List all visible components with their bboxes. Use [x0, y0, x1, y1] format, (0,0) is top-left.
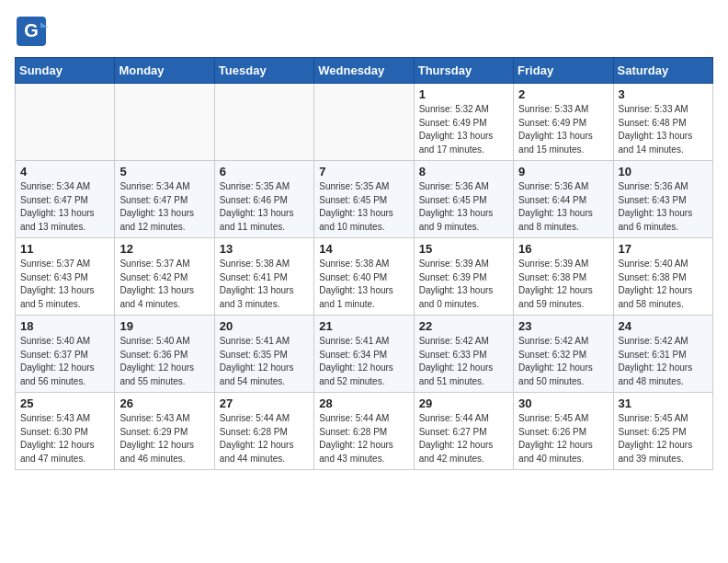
calendar-cell: 19Sunrise: 5:40 AM Sunset: 6:36 PM Dayli…: [115, 316, 214, 393]
day-number: 26: [119, 396, 209, 410]
day-info: Sunrise: 5:43 AM Sunset: 6:29 PM Dayligh…: [119, 412, 209, 465]
weekday-header-sunday: Sunday: [16, 58, 115, 84]
calendar-cell: 10Sunrise: 5:36 AM Sunset: 6:43 PM Dayli…: [613, 161, 712, 238]
day-info: Sunrise: 5:44 AM Sunset: 6:27 PM Dayligh…: [419, 412, 508, 465]
day-info: Sunrise: 5:42 AM Sunset: 6:32 PM Dayligh…: [518, 335, 608, 388]
calendar-week-3: 11Sunrise: 5:37 AM Sunset: 6:43 PM Dayli…: [16, 238, 713, 316]
day-info: Sunrise: 5:45 AM Sunset: 6:25 PM Dayligh…: [619, 412, 708, 465]
day-number: 13: [220, 242, 309, 256]
day-info: Sunrise: 5:41 AM Sunset: 6:35 PM Dayligh…: [220, 335, 309, 388]
calendar-cell: 8Sunrise: 5:36 AM Sunset: 6:45 PM Daylig…: [414, 161, 513, 238]
day-info: Sunrise: 5:36 AM Sunset: 6:44 PM Dayligh…: [518, 180, 608, 234]
calendar-week-4: 18Sunrise: 5:40 AM Sunset: 6:37 PM Dayli…: [16, 316, 713, 393]
weekday-header-row: SundayMondayTuesdayWednesdayThursdayFrid…: [16, 58, 713, 84]
logo-icon: G: [15, 15, 48, 48]
day-number: 8: [419, 165, 508, 178]
day-number: 27: [220, 396, 309, 410]
day-number: 5: [119, 165, 209, 178]
weekday-header-tuesday: Tuesday: [214, 58, 313, 84]
day-info: Sunrise: 5:45 AM Sunset: 6:26 PM Dayligh…: [518, 412, 608, 465]
day-info: Sunrise: 5:37 AM Sunset: 6:43 PM Dayligh…: [20, 258, 109, 311]
day-number: 22: [419, 319, 508, 333]
day-info: Sunrise: 5:41 AM Sunset: 6:34 PM Dayligh…: [319, 335, 408, 388]
calendar-cell: 1Sunrise: 5:32 AM Sunset: 6:49 PM Daylig…: [414, 84, 513, 161]
day-info: Sunrise: 5:36 AM Sunset: 6:43 PM Dayligh…: [619, 180, 708, 234]
page-header: G: [15, 15, 713, 48]
weekday-header-monday: Monday: [115, 58, 214, 84]
day-info: Sunrise: 5:44 AM Sunset: 6:28 PM Dayligh…: [220, 412, 309, 465]
day-number: 25: [20, 396, 109, 410]
calendar-cell: 9Sunrise: 5:36 AM Sunset: 6:44 PM Daylig…: [514, 161, 613, 238]
calendar-cell: 11Sunrise: 5:37 AM Sunset: 6:43 PM Dayli…: [16, 238, 115, 316]
day-number: 12: [119, 242, 209, 256]
calendar-cell: 20Sunrise: 5:41 AM Sunset: 6:35 PM Dayli…: [214, 316, 313, 393]
day-number: 10: [619, 165, 708, 178]
day-number: 20: [220, 319, 309, 333]
day-number: 16: [518, 242, 608, 256]
day-number: 29: [419, 396, 508, 410]
calendar-cell: 18Sunrise: 5:40 AM Sunset: 6:37 PM Dayli…: [16, 316, 115, 393]
day-info: Sunrise: 5:33 AM Sunset: 6:49 PM Dayligh…: [518, 103, 608, 156]
day-info: Sunrise: 5:40 AM Sunset: 6:38 PM Dayligh…: [619, 258, 708, 311]
day-info: Sunrise: 5:37 AM Sunset: 6:42 PM Dayligh…: [119, 258, 209, 311]
weekday-header-saturday: Saturday: [613, 58, 712, 84]
day-number: 15: [419, 242, 508, 256]
calendar-cell: 7Sunrise: 5:35 AM Sunset: 6:45 PM Daylig…: [314, 161, 414, 238]
weekday-header-thursday: Thursday: [414, 58, 513, 84]
day-number: 2: [518, 87, 608, 101]
day-number: 9: [518, 165, 608, 178]
day-number: 21: [319, 319, 408, 333]
day-number: 17: [619, 242, 708, 256]
calendar-table: SundayMondayTuesdayWednesdayThursdayFrid…: [15, 57, 713, 470]
calendar-cell: 29Sunrise: 5:44 AM Sunset: 6:27 PM Dayli…: [414, 393, 513, 470]
calendar-cell: [115, 84, 214, 161]
calendar-cell: 31Sunrise: 5:45 AM Sunset: 6:25 PM Dayli…: [613, 393, 712, 470]
day-number: 3: [619, 87, 708, 101]
calendar-cell: [314, 84, 414, 161]
calendar-week-1: 1Sunrise: 5:32 AM Sunset: 6:49 PM Daylig…: [16, 84, 713, 161]
calendar-cell: 15Sunrise: 5:39 AM Sunset: 6:39 PM Dayli…: [414, 238, 513, 316]
svg-text:G: G: [24, 20, 39, 40]
weekday-header-wednesday: Wednesday: [314, 58, 414, 84]
day-number: 31: [619, 396, 708, 410]
calendar-cell: 28Sunrise: 5:44 AM Sunset: 6:28 PM Dayli…: [314, 393, 414, 470]
day-number: 1: [419, 87, 508, 101]
day-info: Sunrise: 5:33 AM Sunset: 6:48 PM Dayligh…: [619, 103, 708, 156]
day-info: Sunrise: 5:43 AM Sunset: 6:30 PM Dayligh…: [20, 412, 109, 465]
day-number: 18: [20, 319, 109, 333]
day-info: Sunrise: 5:38 AM Sunset: 6:41 PM Dayligh…: [220, 258, 309, 311]
day-number: 28: [319, 396, 408, 410]
day-number: 14: [319, 242, 408, 256]
day-info: Sunrise: 5:42 AM Sunset: 6:33 PM Dayligh…: [419, 335, 508, 388]
calendar-cell: 21Sunrise: 5:41 AM Sunset: 6:34 PM Dayli…: [314, 316, 414, 393]
day-number: 30: [518, 396, 608, 410]
day-info: Sunrise: 5:38 AM Sunset: 6:40 PM Dayligh…: [319, 258, 408, 311]
day-info: Sunrise: 5:34 AM Sunset: 6:47 PM Dayligh…: [119, 180, 209, 234]
day-number: 23: [518, 319, 608, 333]
calendar-cell: 22Sunrise: 5:42 AM Sunset: 6:33 PM Dayli…: [414, 316, 513, 393]
calendar-cell: 12Sunrise: 5:37 AM Sunset: 6:42 PM Dayli…: [115, 238, 214, 316]
calendar-cell: 30Sunrise: 5:45 AM Sunset: 6:26 PM Dayli…: [514, 393, 613, 470]
day-number: 24: [619, 319, 708, 333]
calendar-cell: 3Sunrise: 5:33 AM Sunset: 6:48 PM Daylig…: [613, 84, 712, 161]
day-info: Sunrise: 5:42 AM Sunset: 6:31 PM Dayligh…: [619, 335, 708, 388]
day-number: 11: [20, 242, 109, 256]
calendar-cell: 14Sunrise: 5:38 AM Sunset: 6:40 PM Dayli…: [314, 238, 414, 316]
day-info: Sunrise: 5:44 AM Sunset: 6:28 PM Dayligh…: [319, 412, 408, 465]
calendar-cell: [16, 84, 115, 161]
day-info: Sunrise: 5:32 AM Sunset: 6:49 PM Dayligh…: [419, 103, 508, 156]
day-number: 7: [319, 165, 408, 178]
day-info: Sunrise: 5:39 AM Sunset: 6:38 PM Dayligh…: [518, 258, 608, 311]
day-number: 19: [119, 319, 209, 333]
day-info: Sunrise: 5:40 AM Sunset: 6:37 PM Dayligh…: [20, 335, 109, 388]
calendar-week-5: 25Sunrise: 5:43 AM Sunset: 6:30 PM Dayli…: [16, 393, 713, 470]
day-info: Sunrise: 5:39 AM Sunset: 6:39 PM Dayligh…: [419, 258, 508, 311]
calendar-cell: 6Sunrise: 5:35 AM Sunset: 6:46 PM Daylig…: [214, 161, 313, 238]
calendar-cell: 16Sunrise: 5:39 AM Sunset: 6:38 PM Dayli…: [514, 238, 613, 316]
calendar-cell: 25Sunrise: 5:43 AM Sunset: 6:30 PM Dayli…: [16, 393, 115, 470]
day-number: 6: [220, 165, 309, 178]
calendar-cell: 17Sunrise: 5:40 AM Sunset: 6:38 PM Dayli…: [613, 238, 712, 316]
calendar-cell: 23Sunrise: 5:42 AM Sunset: 6:32 PM Dayli…: [514, 316, 613, 393]
day-number: 4: [20, 165, 109, 178]
day-info: Sunrise: 5:40 AM Sunset: 6:36 PM Dayligh…: [119, 335, 209, 388]
